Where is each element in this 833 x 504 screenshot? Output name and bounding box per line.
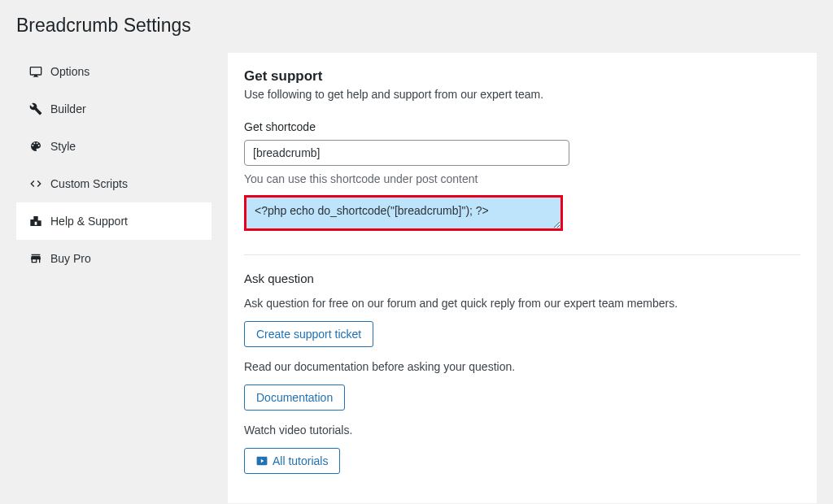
palette-icon: [29, 140, 42, 153]
tools-icon: [29, 102, 42, 115]
sidebar-item-label: Options: [50, 65, 89, 78]
sidebar-item-label: Buy Pro: [50, 252, 91, 265]
button-label: Create support ticket: [256, 328, 361, 341]
page-title: Breadcrumb Settings: [0, 0, 833, 53]
sidebar-item-label: Help & Support: [50, 215, 128, 228]
ask-question-desc: Ask question for free on our forum and g…: [244, 297, 800, 310]
button-label: Documentation: [256, 391, 333, 404]
code-icon: [29, 177, 42, 190]
sidebar-item-builder[interactable]: Builder: [16, 90, 212, 128]
shortcode-hint: You can use this shortcode under post co…: [244, 172, 800, 185]
video-tutorials-desc: Watch video tutorials.: [244, 424, 800, 437]
php-code-textarea[interactable]: <?php echo do_shortcode("[breadcrumb]");…: [244, 195, 563, 231]
sidebar-item-label: Builder: [50, 102, 86, 115]
ask-question-heading: Ask question: [244, 272, 800, 285]
sidebar-item-style[interactable]: Style: [16, 128, 212, 165]
divider: [244, 254, 800, 255]
create-support-ticket-button[interactable]: Create support ticket: [244, 321, 373, 347]
video-icon: [256, 455, 268, 467]
sidebar-item-help-support[interactable]: Help & Support: [16, 202, 212, 240]
all-tutorials-button[interactable]: All tutorials: [244, 448, 340, 474]
layout-container: Options Builder Style Custom Scripts Hel…: [0, 53, 833, 503]
section-title: Get support: [244, 68, 800, 85]
button-label: All tutorials: [273, 454, 328, 467]
monitor-icon: [29, 65, 42, 78]
documentation-desc: Read our documentation before asking you…: [244, 360, 800, 373]
shortcode-label: Get shortcode: [244, 120, 800, 133]
sidebar-item-options[interactable]: Options: [16, 53, 212, 90]
store-icon: [29, 252, 42, 265]
sidebar-item-custom-scripts[interactable]: Custom Scripts: [16, 165, 212, 202]
sidebar-item-buy-pro[interactable]: Buy Pro: [16, 240, 212, 277]
documentation-button[interactable]: Documentation: [244, 385, 345, 411]
settings-sidebar: Options Builder Style Custom Scripts Hel…: [16, 53, 212, 503]
sidebar-item-label: Custom Scripts: [50, 177, 128, 190]
main-panel: Get support Use following to get help an…: [228, 53, 817, 503]
shortcode-input[interactable]: [244, 140, 569, 166]
hands-helping-icon: [29, 215, 42, 228]
sidebar-item-label: Style: [50, 140, 76, 153]
section-subtitle: Use following to get help and support fr…: [244, 88, 800, 101]
